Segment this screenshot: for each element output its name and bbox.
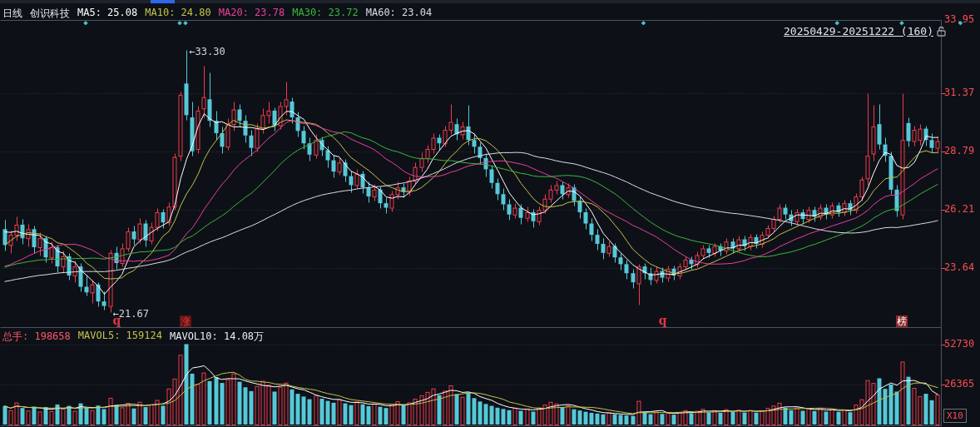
date-range-link[interactable]: 20250429-20251222 (160) — [784, 25, 933, 37]
volume-legend-item: MAVOL5: 159124 — [78, 330, 162, 344]
event-diamond-icon[interactable]: ◆ — [958, 19, 963, 27]
chart-header: 日线 创识科技 MA5: 25.08MA10: 24.80MA20: 23.78… — [2, 7, 432, 21]
lock-icon[interactable] — [936, 26, 947, 37]
event-diamond-icon[interactable]: ◆ — [835, 19, 839, 27]
volume-axis-label: 26365 — [944, 379, 974, 389]
price-axis-label: 23.64 — [944, 262, 974, 272]
volume-axis-label: 52730 — [944, 339, 974, 349]
event-diamond-icon[interactable]: ◆ — [641, 19, 646, 27]
volume-legend-item: MAVOL10: 14.08万 — [170, 330, 264, 344]
event-diamond-icon[interactable]: ◆ — [177, 19, 181, 27]
period-label[interactable]: 日线 — [2, 7, 22, 21]
stock-name[interactable]: 创识科技 — [30, 7, 70, 21]
ma-legend-item: MA30: 23.72 — [292, 7, 358, 21]
price-axis-label: 26.21 — [944, 204, 974, 214]
candlestick-chart-canvas[interactable] — [0, 0, 980, 427]
event-diamond-icon[interactable]: ◆ — [899, 19, 903, 27]
ma-legend-item: MA20: 23.78 — [219, 7, 285, 21]
top-scrollbar-track[interactable] — [0, 0, 980, 3]
volume-legend-item: 总手: 198658 — [2, 330, 71, 344]
volume-pane-header: 总手: 198658MAVOL5: 159124MAVOL10: 14.08万 — [2, 330, 264, 344]
low-price-annotation: ←21.67 — [113, 308, 149, 320]
high-price-annotation: ←33.30 — [189, 46, 225, 57]
price-axis-label: 28.79 — [944, 146, 974, 156]
volume-multiplier-badge: X10 — [943, 409, 967, 423]
event-diamond-icon[interactable]: ◆ — [183, 19, 187, 27]
price-axis-label: 31.37 — [944, 87, 974, 97]
marker-zhang-badge[interactable]: 涨 — [180, 315, 191, 327]
marker-bang-badge[interactable]: 榜 — [896, 315, 908, 327]
marker-q[interactable]: q — [659, 315, 667, 326]
event-diamond-icon[interactable]: ◆ — [83, 19, 87, 27]
ma-legend-item: MA60: 23.04 — [366, 7, 432, 21]
top-scrollbar-thumb[interactable] — [151, 0, 175, 3]
kline-chart-window: 日线 创识科技 MA5: 25.08MA10: 24.80MA20: 23.78… — [0, 0, 980, 427]
